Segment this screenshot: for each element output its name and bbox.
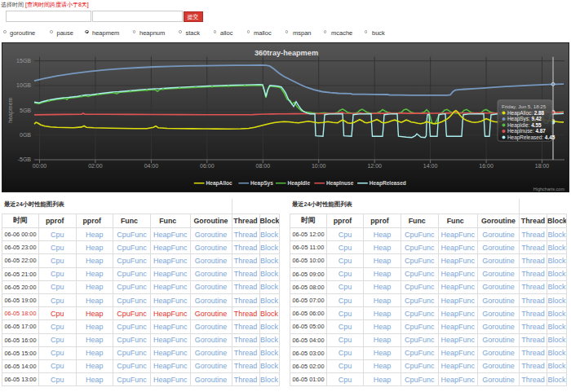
svg-text:06:00: 06:00 — [200, 163, 215, 169]
svg-text:HeapSys: HeapSys — [250, 181, 273, 187]
svg-text:04:00: 04:00 — [144, 163, 159, 169]
svg-text:10:00: 10:00 — [312, 163, 326, 169]
svg-text:HeapReleased: 4.45: HeapReleased: 4.45 — [507, 134, 556, 141]
svg-text:00:00: 00:00 — [33, 163, 47, 169]
svg-text:15GB: 15GB — [16, 58, 31, 64]
svg-text:HeapReleased: HeapReleased — [370, 181, 406, 187]
svg-text:5GB: 5GB — [20, 108, 31, 113]
svg-text:08:00: 08:00 — [256, 163, 271, 169]
svg-text:Friday, Jun 5, 18:25: Friday, Jun 5, 18:25 — [502, 104, 547, 109]
svg-text:02:00: 02:00 — [88, 163, 103, 169]
svg-text:16:00: 16:00 — [479, 163, 494, 169]
svg-text:0GB: 0GB — [20, 132, 31, 138]
svg-text:-5GB: -5GB — [18, 157, 32, 163]
svg-text:heapmem: heapmem — [7, 98, 14, 123]
svg-text:360tray-heapmem: 360tray-heapmem — [255, 49, 318, 57]
svg-text:HeapIdle: HeapIdle — [288, 181, 311, 187]
svg-text:12:00: 12:00 — [367, 163, 382, 169]
svg-text:HeapInuse: HeapInuse — [326, 181, 354, 187]
svg-text:HeapAlloc: HeapAlloc — [206, 181, 233, 187]
svg-text:Highcharts.com: Highcharts.com — [533, 187, 565, 192]
svg-text:18:00: 18:00 — [535, 163, 550, 169]
svg-text:14:00: 14:00 — [423, 163, 438, 169]
svg-text:10GB: 10GB — [16, 83, 31, 89]
